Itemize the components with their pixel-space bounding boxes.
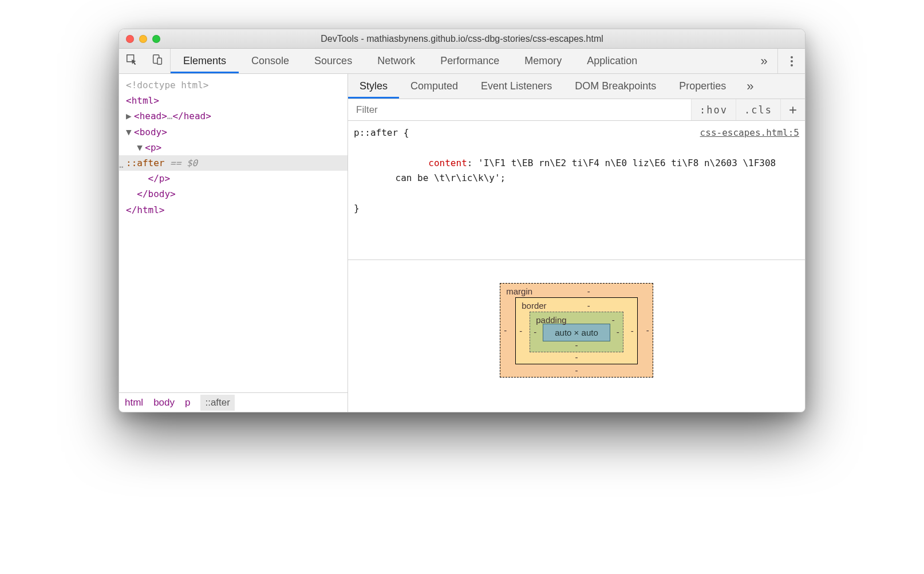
margin-bottom: - <box>575 365 578 375</box>
tab-sources[interactable]: Sources <box>302 49 365 73</box>
title-bar: DevTools - mathiasbynens.github.io/css-d… <box>119 29 805 49</box>
border-label: border <box>522 301 546 310</box>
prop-value-line1: 'I\F1 t\EB rn\E2 ti\F4 n\E0 liz\E6 ti\F8… <box>478 158 776 168</box>
margin-left: - <box>504 325 507 335</box>
svg-rect-1 <box>157 58 161 64</box>
crumb-after[interactable]: ::after <box>200 395 234 411</box>
dom-p-close[interactable]: </p> <box>126 173 170 184</box>
inspect-tools <box>119 49 171 73</box>
main-toolbar: Elements Console Sources Network Perform… <box>119 49 805 74</box>
crumb-html[interactable]: html <box>125 397 143 408</box>
styles-panel: Styles Computed Event Listeners DOM Brea… <box>348 74 805 412</box>
dom-doctype: <!doctype html> <box>126 80 209 91</box>
tab-styles[interactable]: Styles <box>348 74 399 99</box>
filter-row: :hov .cls + <box>348 99 805 121</box>
margin-right: - <box>646 325 649 335</box>
tab-event-listeners[interactable]: Event Listeners <box>469 74 563 99</box>
main-tabs: Elements Console Sources Network Perform… <box>171 49 750 73</box>
margin-top: - <box>587 286 590 296</box>
padding-right: - <box>617 327 619 337</box>
devtools-window: DevTools - mathiasbynens.github.io/css-d… <box>119 29 805 412</box>
inspect-icon[interactable] <box>125 53 138 69</box>
padding-left: - <box>534 327 536 337</box>
prop-name: content <box>428 158 467 168</box>
rule-selector: p::after { <box>354 125 409 140</box>
panels: <!doctype html> <html> ▶<head>…</head> ▼… <box>119 74 805 412</box>
border-bottom: - <box>575 352 578 362</box>
margin-label: margin <box>506 286 532 296</box>
style-rule[interactable]: p::after { css-escapes.html:5 content: '… <box>348 121 805 260</box>
tab-application[interactable]: Application <box>574 49 650 73</box>
tab-dom-breakpoints[interactable]: DOM Breakpoints <box>563 74 668 99</box>
new-style-rule-icon[interactable]: + <box>780 99 805 120</box>
dom-p-open[interactable]: ▼<p> <box>126 142 161 153</box>
tabs-overflow-icon[interactable]: » <box>750 49 777 73</box>
tab-console[interactable]: Console <box>239 49 302 73</box>
tab-computed[interactable]: Computed <box>399 74 469 99</box>
padding-label: padding <box>536 315 566 325</box>
zoom-button[interactable] <box>152 35 160 43</box>
breadcrumb: html body p ::after <box>119 392 348 412</box>
padding-top: - <box>612 315 615 325</box>
dom-tree[interactable]: <!doctype html> <html> ▶<head>…</head> ▼… <box>119 74 348 392</box>
border-top: - <box>587 301 590 310</box>
dom-head[interactable]: ▶<head>…</head> <box>126 111 211 121</box>
tab-properties[interactable]: Properties <box>668 74 737 99</box>
dom-html-open[interactable]: <html> <box>126 95 159 106</box>
window-title: DevTools - mathiasbynens.github.io/css-d… <box>119 34 805 44</box>
box-border[interactable]: border - - - - padding - - - - auto × au… <box>515 297 637 364</box>
rule-source-link[interactable]: css-escapes.html:5 <box>700 125 799 140</box>
dom-html-close[interactable]: </html> <box>126 205 164 215</box>
tab-elements[interactable]: Elements <box>171 49 239 73</box>
hov-toggle[interactable]: :hov <box>691 99 736 120</box>
border-right: - <box>631 326 634 336</box>
dom-selected-node[interactable]: ::after == $0 <box>119 155 348 171</box>
device-toggle-icon[interactable] <box>151 53 164 69</box>
crumb-body[interactable]: body <box>153 397 175 408</box>
box-model: margin - - - - border - - - - padding - <box>348 260 805 412</box>
elements-panel: <!doctype html> <html> ▶<head>…</head> ▼… <box>119 74 348 412</box>
box-margin[interactable]: margin - - - - border - - - - padding - <box>500 283 653 378</box>
prop-value-line2: can be \t\r\ic\k\y'; <box>396 172 506 183</box>
styles-tabs-overflow-icon[interactable]: » <box>737 79 763 94</box>
cls-toggle[interactable]: .cls <box>736 99 780 120</box>
close-button[interactable] <box>126 35 134 43</box>
minimize-button[interactable] <box>139 35 147 43</box>
box-padding[interactable]: padding - - - - auto × auto <box>530 312 623 352</box>
tab-performance[interactable]: Performance <box>428 49 512 73</box>
padding-bottom: - <box>575 340 578 350</box>
box-content[interactable]: auto × auto <box>543 324 610 341</box>
border-left: - <box>519 326 522 336</box>
styles-tabs: Styles Computed Event Listeners DOM Brea… <box>348 74 805 99</box>
tab-memory[interactable]: Memory <box>512 49 574 73</box>
traffic-lights <box>126 35 160 43</box>
dom-body-open[interactable]: ▼<body> <box>126 127 167 137</box>
styles-filter-input[interactable] <box>348 104 691 116</box>
dom-body-close[interactable]: </body> <box>126 188 176 199</box>
tab-network[interactable]: Network <box>365 49 428 73</box>
rule-close: } <box>354 201 799 216</box>
crumb-p[interactable]: p <box>185 397 190 408</box>
kebab-menu-icon[interactable] <box>777 49 805 73</box>
